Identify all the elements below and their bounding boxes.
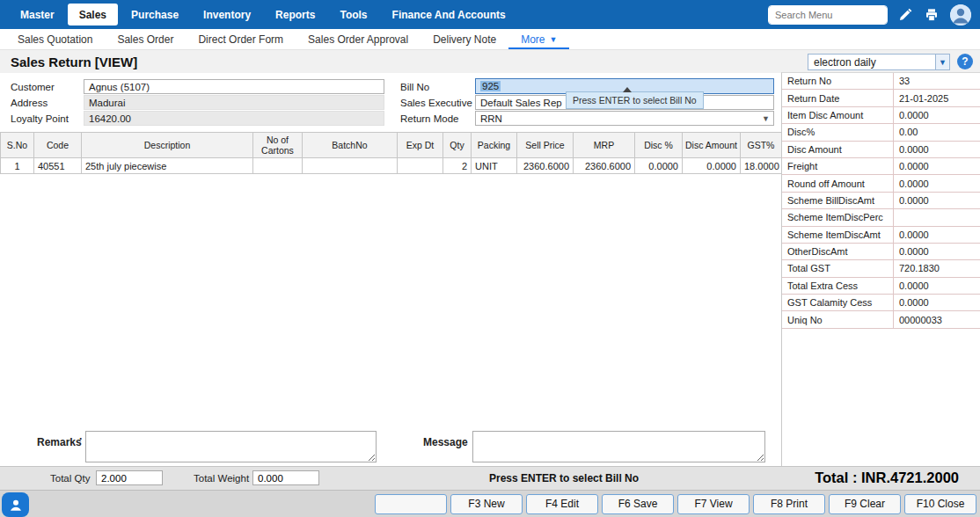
user-avatar[interactable] — [950, 4, 971, 25]
subnav-sales-quotation[interactable]: Sales Quotation — [5, 29, 105, 49]
summary-value: 0.0000 — [893, 107, 980, 123]
total-weight-field[interactable] — [252, 470, 319, 485]
f10-close-button[interactable]: F10 Close — [904, 494, 976, 514]
subnav-direct-order-form[interactable]: Direct Order Form — [186, 29, 296, 49]
search-menu-input[interactable] — [769, 6, 887, 24]
cell-qty[interactable]: 2 — [443, 158, 472, 174]
summary-row-freight: Freight0.0000 — [782, 158, 980, 175]
loyalty-point-value: 16420.00 — [89, 113, 131, 124]
summary-row-disc-pct: Disc%0.00 — [782, 124, 980, 141]
return-mode-select[interactable]: RRN ▼ — [475, 111, 774, 126]
summary-value: 0.0000 — [893, 175, 980, 191]
menu-item-master[interactable]: Master — [9, 0, 66, 29]
main-menu: Master Sales Purchase Inventory Reports … — [9, 0, 517, 29]
cell-code[interactable]: 40551 — [34, 158, 82, 174]
chat-launcher-icon[interactable] — [2, 492, 29, 517]
bill-no-hint: Press ENTER to select Bill No — [489, 472, 639, 484]
header-disc-amount: Disc Amount — [683, 133, 741, 158]
summary-label: Uniq No — [782, 311, 893, 327]
menu-item-sales[interactable]: Sales — [68, 4, 118, 25]
f4-edit-button[interactable]: F4 Edit — [526, 494, 598, 514]
summary-row-otherdiscamt: OtherDiscAmt0.0000 — [782, 244, 980, 260]
subnav-sales-order[interactable]: Sales Order — [105, 29, 186, 49]
printer-icon[interactable] — [924, 7, 940, 23]
header-sell-price: Sell Price — [517, 133, 574, 158]
customer-label: Customer — [11, 82, 55, 92]
cell-description[interactable]: 25th july piecewise — [82, 158, 253, 174]
topbar-right — [769, 4, 971, 25]
header-batchno: BatchNo — [303, 133, 398, 158]
f3-new-button[interactable]: F3 New — [450, 494, 523, 514]
f8-print-button[interactable]: F8 Print — [753, 494, 825, 514]
summary-value: 21-01-2025 — [893, 90, 980, 106]
summary-row-disc-amount: Disc Amount0.0000 — [782, 142, 980, 158]
subnav-more-label: More — [521, 33, 545, 46]
subnav-sales-order-approval[interactable]: Sales Order Approval — [296, 29, 421, 49]
cell-gst-pct[interactable]: 18.0000 — [741, 158, 782, 174]
summary-value: 0.0000 — [893, 278, 980, 294]
summary-label: Round off Amount — [782, 175, 893, 191]
remarks-bullet: · — [79, 433, 83, 445]
summary-value: 0.0000 — [893, 295, 980, 310]
total-qty-field[interactable] — [96, 470, 163, 485]
menu-item-reports[interactable]: Reports — [264, 0, 326, 29]
subnav-delivery-note[interactable]: Delivery Note — [421, 29, 508, 49]
address-field[interactable]: Madurai — [84, 95, 384, 110]
pencil-icon[interactable] — [897, 7, 913, 23]
summary-value: 0.00 — [893, 124, 980, 140]
cell-mrp[interactable]: 2360.6000 — [574, 158, 635, 174]
customer-value: Agnus (5107) — [89, 82, 150, 92]
summary-label: Item Disc Amount — [782, 107, 893, 123]
remarks-section: Remarks · Message — [0, 427, 781, 466]
tooltip-caret-icon — [623, 87, 632, 92]
company-selector[interactable]: electron daily ▼ — [808, 54, 950, 70]
cell-sno[interactable]: 1 — [1, 158, 34, 174]
cell-expdt[interactable] — [398, 158, 443, 174]
chevron-down-icon: ▼ — [762, 114, 770, 123]
cell-cartons[interactable] — [253, 158, 303, 174]
summary-row-scheme-itemdiscamt: Scheme ItemDiscAmt0.0000 — [782, 227, 980, 244]
remarks-textarea[interactable] — [85, 431, 377, 462]
page-header: Sales Return [VIEW] electron daily ▼ ? — [0, 50, 980, 73]
menu-item-finance-and-accounts[interactable]: Finance And Accounts — [381, 0, 517, 29]
app-window: Master Sales Purchase Inventory Reports … — [0, 0, 980, 517]
header-disc-pct: Disc % — [635, 133, 683, 158]
summary-row-return-no: Return No33 — [782, 73, 980, 90]
f6-save-button[interactable]: F6 Save — [602, 494, 674, 514]
help-icon[interactable]: ? — [957, 54, 973, 69]
summary-row-scheme-billdiscamt: Scheme BillDiscAmt0.0000 — [782, 193, 980, 209]
summary-row-item-disc-amount: Item Disc Amount0.0000 — [782, 107, 980, 124]
cell-disc-pct[interactable]: 0.0000 — [635, 158, 683, 174]
subnav-more[interactable]: More ▼ — [508, 29, 569, 49]
cell-packing[interactable]: UNIT — [472, 158, 517, 174]
item-row[interactable]: 1 40551 25th july piecewise 2 UNIT 2360.… — [1, 158, 782, 174]
header-no-of-cartons: No of Cartons — [253, 133, 303, 158]
summary-label: Disc Amount — [782, 142, 893, 157]
f9-clear-button[interactable]: F9 Clear — [829, 494, 901, 514]
menu-item-purchase[interactable]: Purchase — [120, 0, 190, 29]
menu-item-inventory[interactable]: Inventory — [192, 0, 262, 29]
return-mode-label: Return Mode — [400, 113, 458, 124]
sales-submenu: Sales Quotation Sales Order Direct Order… — [0, 29, 980, 50]
loyalty-point-field[interactable]: 16420.00 — [84, 111, 384, 126]
blank-button[interactable] — [375, 494, 447, 514]
address-label: Address — [11, 98, 48, 108]
cell-sell-price[interactable]: 2360.6000 — [517, 158, 574, 174]
menu-item-tools[interactable]: Tools — [328, 0, 378, 29]
summary-value: 0.0000 — [893, 193, 980, 208]
header-sno: S.No — [1, 133, 34, 158]
cell-batchno[interactable] — [303, 158, 398, 174]
customer-field[interactable]: Agnus (5107) — [84, 79, 384, 94]
summary-row-uniq-no: Uniq No00000033 — [782, 311, 980, 328]
bill-no-label: Bill No — [400, 82, 429, 92]
remarks-label: Remarks — [37, 436, 82, 448]
items-table-header-row: S.No Code Description No of Cartons Batc… — [1, 133, 782, 158]
message-textarea[interactable] — [472, 431, 765, 462]
f7-view-button[interactable]: F7 View — [677, 494, 750, 514]
items-table: S.No Code Description No of Cartons Batc… — [0, 132, 782, 174]
cell-disc-amt[interactable]: 0.0000 — [683, 158, 741, 174]
summary-label: Scheme ItemDiscAmt — [782, 227, 893, 243]
summary-label: Return No — [782, 73, 893, 89]
summary-label: Scheme BillDiscAmt — [782, 193, 893, 208]
total-weight-label: Total Weight — [194, 473, 249, 484]
